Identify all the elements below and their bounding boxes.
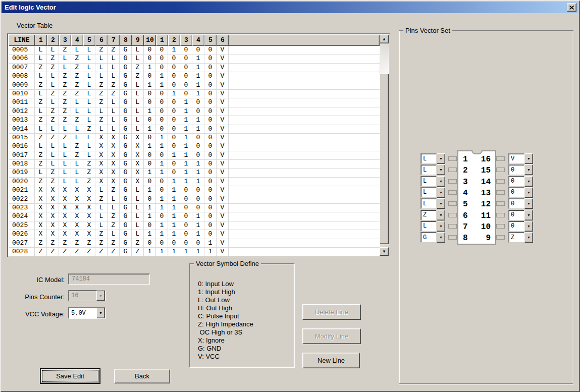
line-number-cell: 0024 <box>9 212 35 221</box>
vector-value-cell: X <box>132 169 144 177</box>
pin-12-vector-select[interactable]: 0▼ <box>508 198 533 209</box>
table-row[interactable]: 0021XXXXXLZGL101000V <box>9 186 380 195</box>
pin-13-dropdown-icon[interactable]: ▼ <box>524 187 533 198</box>
table-row[interactable]: 0017ZLLZLXXGX001100V <box>9 151 380 160</box>
table-row[interactable]: 0008LLZZLLLGZ010010V <box>9 72 380 81</box>
pins-counter-select: 16 ▼ <box>68 290 106 301</box>
pin-3-vector-select[interactable]: L▼ <box>420 176 445 187</box>
table-row[interactable]: 0028ZZZZZZZGZ111111V <box>9 248 380 256</box>
column-header[interactable]: 10 <box>144 35 156 46</box>
pin-10-vector-select[interactable]: 0▼ <box>508 221 533 232</box>
pin-2-vector-select[interactable]: L▼ <box>420 164 445 175</box>
vcc-voltage-select[interactable]: 5.0V ▼ <box>68 307 106 319</box>
table-row[interactable]: 0023XXXXXLLGL111000V <box>9 204 380 212</box>
pin-14-vector-select[interactable]: 0▼ <box>508 176 533 187</box>
delete-line-button: Delete Line <box>302 304 361 320</box>
vector-value-cell: V <box>217 81 229 90</box>
table-row[interactable]: 0026XXXXXZLGL111010V <box>9 230 380 239</box>
column-header[interactable]: 5 <box>204 35 217 46</box>
chip-pin-number: 12 <box>481 199 491 210</box>
pin-8-vector-select[interactable]: G▼ <box>420 232 445 243</box>
pin-14-lead <box>496 179 505 184</box>
vcc-voltage-dropdown-icon[interactable]: ▼ <box>96 308 105 318</box>
vector-value-cell: X <box>71 186 83 195</box>
column-header[interactable]: 3 <box>180 35 192 46</box>
table-row[interactable]: 0011ZLZLLZLGL000100V <box>9 98 380 107</box>
pin-6-vector-select[interactable]: Z▼ <box>420 210 445 220</box>
pin-7-vector-select[interactable]: L▼ <box>420 221 445 232</box>
table-row[interactable]: 0016LLLZLXXGX110100V <box>9 142 380 151</box>
table-row[interactable]: 0022XXXXXZLGL011000V <box>9 195 380 204</box>
table-row[interactable]: 0020ZZLLZXXGX001110V <box>9 178 380 186</box>
pin-15-dropdown-icon[interactable]: ▼ <box>524 164 533 175</box>
table-row[interactable]: 0024XXXXXLZGL101010V <box>9 212 380 221</box>
column-header[interactable]: 5 <box>83 35 95 46</box>
pin-1-vector-select[interactable]: L▼ <box>420 153 445 164</box>
row-filler-cell <box>229 151 380 160</box>
vector-value-cell: L <box>108 230 120 239</box>
column-header[interactable]: 1 <box>35 35 47 46</box>
close-button[interactable] <box>567 3 576 12</box>
back-button[interactable]: Back <box>114 369 170 383</box>
table-row[interactable]: 0010LZZZLZZGL001010V <box>9 90 380 98</box>
pin-14-dropdown-icon[interactable]: ▼ <box>524 176 533 187</box>
table-row[interactable]: 0019LZLLZXXGX110110V <box>9 169 380 177</box>
pin-7-dropdown-icon[interactable]: ▼ <box>437 221 445 232</box>
table-row[interactable]: 0006LZLZLLLGL000010V <box>9 54 380 63</box>
vector-value-cell: Z <box>59 239 71 248</box>
vector-value-cell: 0 <box>180 46 192 54</box>
table-row[interactable]: 0012LZZLLLLGL100100V <box>9 107 380 116</box>
table-row[interactable]: 0018ZLLLZXXGX010110V <box>9 160 380 169</box>
pin-3-dropdown-icon[interactable]: ▼ <box>437 176 445 187</box>
pin-13-vector-select[interactable]: 0▼ <box>508 187 533 198</box>
pin-16-dropdown-icon[interactable]: ▼ <box>524 153 533 164</box>
pin-5-vector-select[interactable]: L▼ <box>420 198 445 209</box>
column-header[interactable]: 6 <box>217 35 229 46</box>
column-header[interactable]: 1 <box>156 35 168 46</box>
column-header[interactable]: 4 <box>71 35 83 46</box>
column-header[interactable]: LINE <box>9 35 35 46</box>
scrollbar-thumb[interactable] <box>380 74 389 244</box>
pin-15-vector-select[interactable]: 0▼ <box>508 164 533 175</box>
vector-table-grid[interactable]: LINE123456789101234560005LLZLLZZGL001000… <box>9 35 380 256</box>
pin-6-dropdown-icon[interactable]: ▼ <box>437 210 445 220</box>
scroll-up-button[interactable]: ▲ <box>380 35 389 43</box>
table-row[interactable]: 0009ZLZZLZZGL110010V <box>9 81 380 90</box>
table-row[interactable]: 0027ZZZZZZZGZ000001V <box>9 239 380 248</box>
pin-9-dropdown-icon[interactable]: ▼ <box>524 232 533 243</box>
scroll-down-button[interactable]: ▼ <box>380 247 389 256</box>
pin-8-dropdown-icon[interactable]: ▼ <box>437 232 445 243</box>
pin-12-dropdown-icon[interactable]: ▼ <box>524 198 533 209</box>
pin-16-vector-select[interactable]: V▼ <box>508 153 533 164</box>
column-header[interactable]: 9 <box>132 35 144 46</box>
pin-10-dropdown-icon[interactable]: ▼ <box>524 221 533 232</box>
column-header[interactable]: 6 <box>95 35 108 46</box>
column-header[interactable]: 7 <box>108 35 120 46</box>
vector-value-cell: 0 <box>204 204 217 212</box>
column-header[interactable]: 4 <box>192 35 204 46</box>
column-header[interactable]: 2 <box>168 35 180 46</box>
table-row[interactable]: 0013ZZZZLZLGL000110V <box>9 116 380 125</box>
line-number-cell: 0015 <box>9 134 35 142</box>
pin-9-vector-select[interactable]: Z▼ <box>508 232 533 243</box>
new-line-button[interactable]: New Line <box>302 353 360 368</box>
pin-11-dropdown-icon[interactable]: ▼ <box>524 210 533 220</box>
column-header[interactable]: 2 <box>47 35 59 46</box>
table-row[interactable]: 0007ZZLZLLLGZ100010V <box>9 64 380 72</box>
pin-2-dropdown-icon[interactable]: ▼ <box>437 164 445 175</box>
vertical-scrollbar[interactable]: ▲ ▼ <box>380 35 389 256</box>
table-row[interactable]: 0025XXXXXLZGL011010V <box>9 221 380 230</box>
column-header[interactable]: 8 <box>120 35 132 46</box>
column-header[interactable]: 3 <box>59 35 71 46</box>
table-row[interactable]: 0015ZZZLLXXGX010100V <box>9 134 380 142</box>
save-edit-button[interactable]: Save Edit <box>40 369 100 383</box>
pin-1-dropdown-icon[interactable]: ▼ <box>437 153 445 164</box>
vector-value-cell: 0 <box>204 195 217 204</box>
pin-11-vector-select[interactable]: 0▼ <box>508 210 533 220</box>
pin-5-dropdown-icon[interactable]: ▼ <box>437 198 445 209</box>
table-row[interactable]: 0014LLLLZLLGL100110V <box>9 125 380 134</box>
vector-value-cell: L <box>95 186 108 195</box>
pin-4-dropdown-icon[interactable]: ▼ <box>437 187 445 198</box>
table-row[interactable]: 0005LLZLLZZGL001000V <box>9 46 380 54</box>
pin-4-vector-select[interactable]: L▼ <box>420 187 445 198</box>
